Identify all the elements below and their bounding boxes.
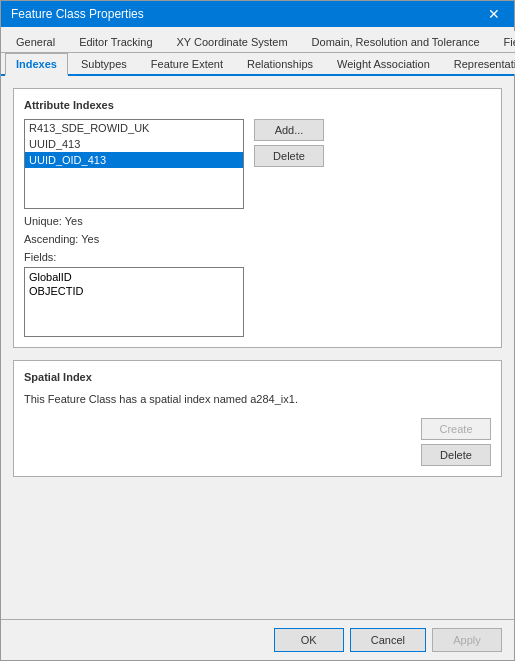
attribute-indexes-list[interactable]: R413_SDE_ROWID_UK UUID_413 UUID_OID_413 [24,119,244,209]
create-button[interactable]: Create [421,418,491,440]
tab-feature-extent[interactable]: Feature Extent [140,53,234,74]
footer: OK Cancel Apply [1,619,514,660]
tab-indexes[interactable]: Indexes [5,53,68,76]
list-item[interactable]: R413_SDE_ROWID_UK [25,120,243,136]
attribute-indexes-section: Attribute Indexes R413_SDE_ROWID_UK UUID… [13,88,502,348]
attribute-indexes-title: Attribute Indexes [24,99,491,111]
unique-label: Unique: Yes [24,215,491,227]
ascending-label: Ascending: Yes [24,233,491,245]
spatial-buttons: Create Delete [24,418,491,466]
apply-button[interactable]: Apply [432,628,502,652]
attr-section-row: R413_SDE_ROWID_UK UUID_413 UUID_OID_413 … [24,119,491,209]
title-bar: Feature Class Properties ✕ [1,1,514,27]
delete-attr-button[interactable]: Delete [254,145,324,167]
spatial-index-section: Spatial Index This Feature Class has a s… [13,360,502,477]
field-item: GlobalID [29,270,239,284]
window-title: Feature Class Properties [11,7,144,21]
fields-label: Fields: [24,251,491,263]
tab-domain[interactable]: Domain, Resolution and Tolerance [301,31,491,52]
tab-fields[interactable]: Fields [493,31,515,52]
tab-relationships[interactable]: Relationships [236,53,324,74]
main-window: Feature Class Properties ✕ General Edito… [0,0,515,661]
spatial-index-description: This Feature Class has a spatial index n… [24,391,491,408]
delete-spatial-button[interactable]: Delete [421,444,491,466]
ok-button[interactable]: OK [274,628,344,652]
add-button[interactable]: Add... [254,119,324,141]
content-area: Attribute Indexes R413_SDE_ROWID_UK UUID… [1,76,514,619]
list-item[interactable]: UUID_413 [25,136,243,152]
field-item: OBJECTID [29,284,239,298]
cancel-button[interactable]: Cancel [350,628,426,652]
fields-list: GlobalID OBJECTID [24,267,244,337]
tab-xy-coordinate[interactable]: XY Coordinate System [166,31,299,52]
tabs-row1: General Editor Tracking XY Coordinate Sy… [1,27,514,53]
tab-weight-association[interactable]: Weight Association [326,53,441,74]
tab-general[interactable]: General [5,31,66,52]
tab-editor-tracking[interactable]: Editor Tracking [68,31,163,52]
tabs-row2: Indexes Subtypes Feature Extent Relation… [1,53,514,76]
spatial-index-title: Spatial Index [24,371,491,383]
close-button[interactable]: ✕ [484,7,504,21]
list-item-selected[interactable]: UUID_OID_413 [25,152,243,168]
tab-representations[interactable]: Representations [443,53,515,74]
attr-buttons: Add... Delete [254,119,324,167]
tab-subtypes[interactable]: Subtypes [70,53,138,74]
